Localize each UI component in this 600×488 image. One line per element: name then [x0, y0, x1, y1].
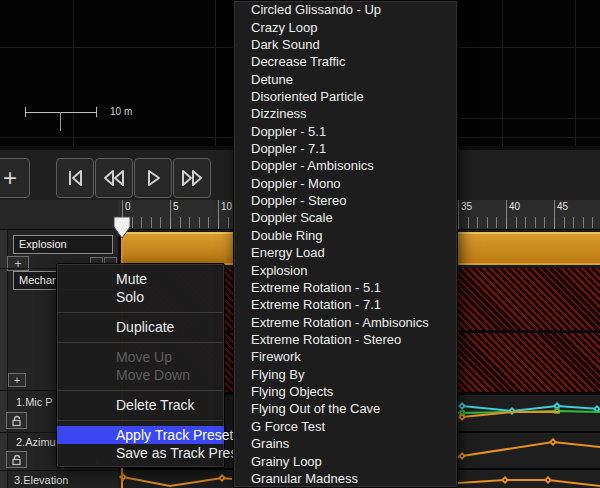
context-menu-item-move-down: Move Down: [57, 366, 224, 384]
submenu-item-crazy-loop[interactable]: Crazy Loop: [234, 18, 457, 35]
menu-item-label: Mute: [116, 271, 147, 287]
add-param-button[interactable]: +: [8, 373, 26, 387]
transport-controls: [56, 158, 211, 198]
submenu-item-doppler-mono[interactable]: Doppler - Mono: [234, 175, 457, 192]
menu-item-label: Apply Track Preset: [116, 427, 234, 443]
submenu-item-extreme-rotation-5-1[interactable]: Extreme Rotation - 5.1: [234, 279, 457, 296]
submenu-item-grainy-loop[interactable]: Grainy Loop: [234, 452, 457, 469]
param-label-elevation[interactable]: 3.Elevation: [14, 474, 114, 486]
context-menu-item-apply-track-preset[interactable]: Apply Track Preset▶: [57, 426, 224, 444]
app-window: 10 m + 0510354045: [0, 0, 600, 488]
context-menu-item-mute[interactable]: Mute: [57, 270, 224, 288]
submenu-item-extreme-rotation-stereo[interactable]: Extreme Rotation - Stereo: [234, 331, 457, 348]
play-button[interactable]: [134, 158, 172, 198]
playhead-marker[interactable]: [113, 216, 131, 239]
submenu-item-flying-out-of-the-cave[interactable]: Flying Out of the Cave: [234, 400, 457, 417]
rewind-icon: [101, 166, 127, 190]
submenu-item-double-ring[interactable]: Double Ring: [234, 227, 457, 244]
scale-bar-cap: [96, 107, 97, 117]
submenu-item-dark-sound[interactable]: Dark Sound: [234, 36, 457, 53]
scale-bar-tick: [60, 112, 61, 131]
submenu-item-flying-by[interactable]: Flying By: [234, 366, 457, 383]
submenu-item-disoriented-particle[interactable]: Disoriented Particle: [234, 88, 457, 105]
context-menu-item-duplicate[interactable]: Duplicate: [57, 318, 224, 336]
submenu-item-circled-glissando-up[interactable]: Circled Glissando - Up: [234, 1, 457, 18]
submenu-item-detune[interactable]: Detune: [234, 70, 457, 87]
context-menu-item-solo[interactable]: Solo: [57, 288, 224, 306]
submenu-item-decrease-traffic[interactable]: Decrease Traffic: [234, 53, 457, 70]
grid-line: [502, 0, 503, 146]
submenu-item-doppler-scale[interactable]: Doppler Scale: [234, 209, 457, 226]
track-preset-submenu: Circled Glissando - UpCrazy LoopDark Sou…: [233, 0, 458, 488]
menu-separator: [57, 306, 224, 318]
lock-icon: [11, 454, 23, 466]
submenu-item-flying-objects[interactable]: Flying Objects: [234, 383, 457, 400]
context-menu-item-delete-track[interactable]: Delete Track: [57, 396, 224, 414]
grid-line: [73, 0, 74, 146]
submenu-item-firework[interactable]: Firework: [234, 348, 457, 365]
submenu-item-extreme-rotation-ambisonics[interactable]: Extreme Rotation - Ambisonics: [234, 313, 457, 330]
submenu-item-extreme-rotation-7-1[interactable]: Extreme Rotation - 7.1: [234, 296, 457, 313]
skip-to-start-icon: [63, 166, 87, 190]
submenu-item-doppler-7-1[interactable]: Doppler - 7.1: [234, 140, 457, 157]
submenu-item-dizziness[interactable]: Dizziness: [234, 105, 457, 122]
menu-separator: [57, 336, 224, 348]
scale-bar: [25, 112, 97, 113]
skip-to-start-button[interactable]: [56, 158, 94, 198]
scale-bar-cap: [25, 107, 26, 117]
lock-icon: [11, 415, 23, 427]
track-context-menu: MuteSoloDuplicateMove UpMove DownDelete …: [56, 263, 225, 468]
scale-label: 10 m: [110, 106, 132, 117]
lock-button[interactable]: [6, 451, 27, 468]
menu-item-label: Duplicate: [116, 319, 174, 335]
fast-forward-button[interactable]: [173, 158, 211, 198]
submenu-item-doppler-ambisonics[interactable]: Doppler - Ambisonics: [234, 157, 457, 174]
grid-line: [215, 0, 216, 146]
submenu-item-granular-madness[interactable]: Granular Madness: [234, 470, 457, 487]
menu-item-label: Solo: [116, 289, 144, 305]
context-menu-item-save-as-track-preset[interactable]: Save as Track Preset...: [57, 444, 224, 462]
track-row-separator: [0, 470, 118, 471]
menu-separator: [57, 414, 224, 426]
submenu-item-grains[interactable]: Grains: [234, 435, 457, 452]
play-icon: [141, 166, 165, 190]
menu-item-label: Move Down: [116, 367, 190, 383]
submenu-item-energy-load[interactable]: Energy Load: [234, 244, 457, 261]
panel-header: [0, 200, 118, 230]
add-button[interactable]: +: [0, 158, 30, 198]
submenu-item-doppler-5-1[interactable]: Doppler - 5.1: [234, 123, 457, 140]
submenu-item-explosion[interactable]: Explosion: [234, 261, 457, 278]
lock-button[interactable]: [6, 412, 27, 429]
track-name-field-explosion[interactable]: Explosion: [13, 235, 113, 254]
menu-item-label: Delete Track: [116, 397, 195, 413]
context-menu-item-move-up: Move Up: [57, 348, 224, 366]
menu-separator: [57, 384, 224, 396]
rewind-button[interactable]: [95, 158, 133, 198]
grid-line: [460, 118, 600, 119]
grid-line: [575, 0, 576, 146]
submenu-item-doppler-stereo[interactable]: Doppler - Stereo: [234, 192, 457, 209]
submenu-item-g-force-test[interactable]: G Force Test: [234, 418, 457, 435]
menu-item-label: Move Up: [116, 349, 172, 365]
fast-forward-icon: [179, 166, 205, 190]
